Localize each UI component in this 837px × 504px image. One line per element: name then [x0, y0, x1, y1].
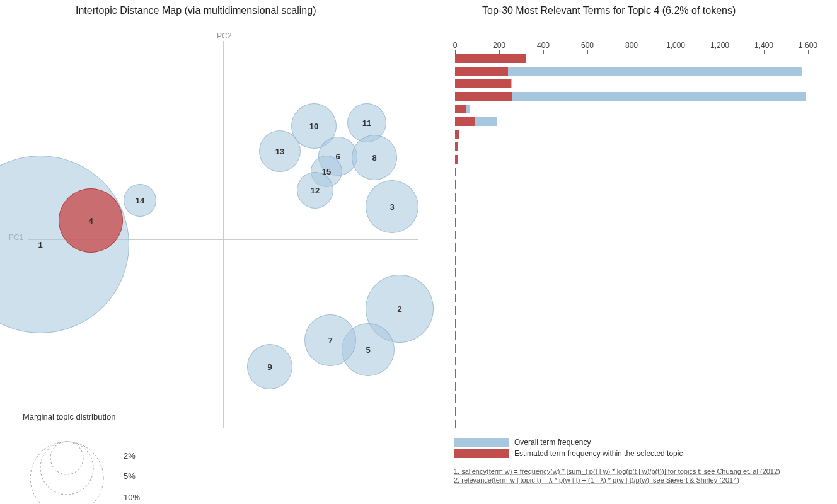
bar-topic [455, 243, 456, 252]
y-axis-line [223, 41, 224, 428]
bar-topic [455, 319, 456, 328]
term-bar-row[interactable] [454, 293, 807, 306]
term-bar-row[interactable] [454, 142, 807, 154]
term-bar-row[interactable] [454, 66, 807, 79]
term-bar-row[interactable] [454, 154, 807, 167]
bar-topic [455, 79, 511, 88]
term-bar-chart[interactable]: 02004006008001,0001,2001,4001,600 [454, 19, 819, 435]
term-bar-row[interactable] [454, 104, 807, 117]
term-bar-row[interactable] [454, 180, 807, 192]
marginal-distribution-legend: Marginal topic distribution 2% 5% 10% [23, 412, 199, 504]
term-bar-row[interactable] [454, 205, 807, 217]
term-bar-row[interactable] [454, 230, 807, 243]
svg-point-0 [30, 442, 103, 504]
bar-topic [455, 117, 475, 126]
x-tick: 1,200 [710, 41, 729, 50]
term-bar-row[interactable] [454, 255, 807, 268]
x-tick: 1,400 [754, 41, 773, 50]
term-bar-row[interactable] [454, 419, 807, 432]
term-bar-row[interactable] [454, 306, 807, 318]
marginal-distribution-title: Marginal topic distribution [23, 412, 199, 421]
intertopic-scatter[interactable]: PC1 PC2 114131011681512325794 [9, 32, 437, 428]
term-bar-row[interactable] [454, 91, 807, 104]
bar-topic [455, 205, 456, 214]
bar-topic [455, 357, 456, 365]
term-bar-row[interactable] [454, 129, 807, 142]
axis-label-pc2: PC2 [217, 32, 231, 40]
topic-circle-3[interactable]: 3 [366, 180, 418, 233]
term-bar-row[interactable] [454, 54, 807, 66]
bar-topic [455, 231, 456, 239]
bar-topic [455, 306, 456, 315]
bar-topic [455, 344, 456, 353]
term-bar-row[interactable] [454, 280, 807, 293]
bar-topic [455, 193, 456, 202]
bar-topic [455, 155, 458, 164]
legend-topic-label: Estimated term frequency within the sele… [514, 449, 683, 458]
bar-topic [455, 256, 456, 265]
term-bar-row[interactable] [454, 243, 807, 255]
term-bar-row[interactable] [454, 79, 807, 91]
term-bar-row[interactable] [454, 217, 807, 230]
x-tick: 1,000 [666, 41, 685, 50]
bar-topic [455, 281, 456, 290]
bar-topic [455, 54, 526, 63]
marginal-distribution-circles [23, 423, 136, 504]
bar-topic [455, 420, 456, 428]
bar-topic [455, 331, 456, 340]
bar-topic [455, 382, 456, 391]
bar-topic [455, 92, 512, 101]
legend-5pct: 5% [124, 471, 136, 481]
legend-overall-label: Overall term frequency [514, 438, 591, 447]
bar-topic [455, 105, 466, 113]
x-tick: 400 [537, 41, 550, 50]
topic-circle-14[interactable]: 14 [124, 184, 156, 217]
bar-topic [455, 294, 456, 302]
x-tick: 800 [625, 41, 638, 50]
bar-topic [455, 142, 458, 151]
svg-point-1 [40, 442, 93, 495]
term-bar-row[interactable] [454, 318, 807, 331]
x-tick: 1,600 [799, 41, 817, 50]
bar-topic [455, 67, 508, 76]
swatch-overall [454, 438, 509, 447]
legend-2pct: 2% [124, 451, 136, 461]
legend-10pct: 10% [124, 493, 140, 502]
term-bar-row[interactable] [454, 343, 807, 356]
swatch-topic [454, 449, 509, 458]
topic-circle-4[interactable]: 4 [59, 188, 123, 253]
term-bar-row[interactable] [454, 192, 807, 205]
bar-topic [455, 218, 456, 227]
x-tick: 600 [581, 41, 594, 50]
term-bar-row[interactable] [454, 356, 807, 369]
bar-topic [455, 168, 456, 176]
x-tick: 0 [453, 41, 458, 50]
term-bar-row[interactable] [454, 381, 807, 394]
topic-circle-7[interactable]: 7 [304, 314, 356, 366]
topic-circle-8[interactable]: 8 [352, 135, 397, 180]
x-tick: 200 [493, 41, 505, 50]
footnote-saliency: 1. saliency(term w) = frequency(w) * [su… [454, 467, 780, 475]
intertopic-title: Intertopic Distance Map (via multidimens… [76, 5, 316, 16]
bar-topic [455, 130, 459, 139]
footnote-relevance: 2. relevance(term w | topic t) = λ * p(w… [454, 476, 780, 484]
bar-topic [455, 180, 456, 189]
bar-chart-legend: Overall term frequency Estimated term fr… [454, 438, 683, 461]
bar-chart-title: Top-30 Most Relevant Terms for Topic 4 (… [482, 5, 736, 16]
topic-circle-9[interactable]: 9 [247, 344, 292, 389]
bar-chart-footnotes: 1. saliency(term w) = frequency(w) * [su… [454, 467, 780, 485]
term-bar-row[interactable] [454, 167, 807, 180]
term-bar-row[interactable] [454, 406, 807, 419]
term-bar-row[interactable] [454, 394, 807, 406]
svg-point-2 [50, 442, 83, 474]
bar-topic [455, 369, 456, 378]
term-bar-row[interactable] [454, 117, 807, 129]
bar-topic [455, 394, 456, 403]
term-bar-row[interactable] [454, 369, 807, 381]
term-bar-row[interactable] [454, 331, 807, 343]
bar-topic [455, 268, 456, 277]
topic-circle-12[interactable]: 12 [297, 172, 333, 209]
bar-topic [455, 407, 456, 416]
term-bar-row[interactable] [454, 268, 807, 280]
